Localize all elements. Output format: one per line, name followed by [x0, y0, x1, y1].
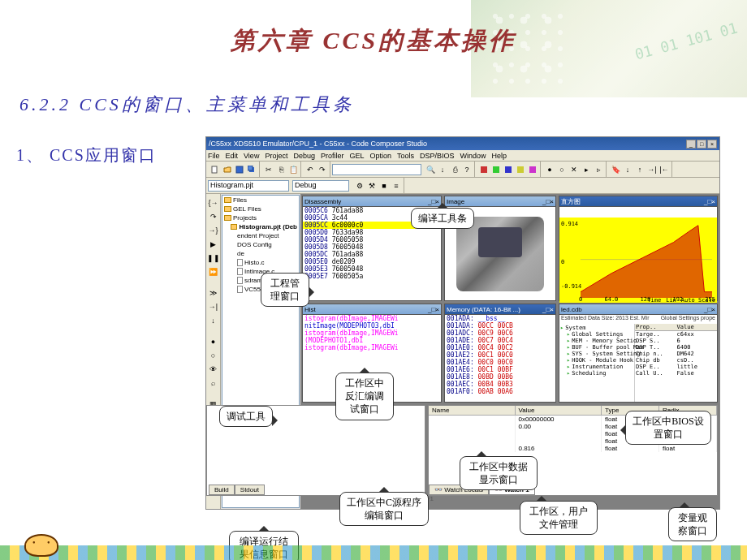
menu-window[interactable]: Window [460, 152, 486, 160]
menu-file[interactable]: File [208, 152, 220, 160]
animate-icon[interactable]: ⏩ [208, 266, 219, 278]
incremental-build-icon[interactable]: ⚒ [366, 180, 378, 192]
outdent-icon[interactable]: |← [658, 164, 670, 175]
breakpoint-toggle-icon[interactable]: ○ [556, 164, 568, 175]
set-pc-icon[interactable]: ↓ [208, 315, 219, 326]
breakpoint-icon[interactable]: ● [544, 164, 555, 175]
svg-rect-1 [236, 166, 243, 173]
halt-icon[interactable]: ❚❚ [208, 252, 219, 264]
output-tab-build[interactable]: Build [209, 485, 235, 495]
tree-dep: endent Project [222, 231, 299, 240]
tree-de: de [222, 249, 299, 258]
menu-help[interactable]: Help [492, 152, 507, 160]
watch-icon[interactable]: 👁 [208, 364, 219, 375]
save-all-icon[interactable] [246, 164, 257, 175]
memory-body[interactable]: 001ADA: __bss__001ADA: 00CC 00CB001ADC: … [445, 315, 555, 402]
tree-pjt: Histogram.pjt (Deb [222, 222, 299, 231]
menu-dspbios[interactable]: DSP/BIOS [420, 152, 455, 160]
build-toolbar-icon[interactable]: ⚙ [354, 180, 365, 192]
step-out-icon[interactable]: →} [208, 225, 219, 236]
compile-toolbar [477, 162, 541, 177]
pane-controls[interactable]: _□× [704, 306, 715, 313]
menu-debug[interactable]: Debug [293, 152, 315, 160]
dependencies-icon[interactable]: ≡ [391, 180, 402, 192]
undo-icon[interactable]: ↶ [304, 164, 316, 175]
cut-icon[interactable]: ✂ [263, 164, 274, 175]
bookmark-next-icon[interactable]: ↓ [622, 164, 633, 175]
rebuild-icon[interactable] [503, 164, 514, 175]
output-tabs: Build Stdout [209, 485, 265, 495]
callout-compile: 编译工具条 [411, 208, 474, 229]
indent-icon[interactable]: →| [646, 164, 658, 175]
pane-controls[interactable]: _□× [704, 198, 715, 205]
run-icon[interactable]: ▶ [208, 239, 219, 250]
step-over-icon[interactable]: ↷ [208, 211, 219, 222]
maximize-button[interactable]: □ [697, 140, 706, 149]
bookmark-prev-icon[interactable]: ↑ [634, 164, 646, 175]
tree-gel: GEL Files [222, 205, 299, 213]
stop-build-icon[interactable] [515, 164, 526, 175]
tree-histo: Histo.c [222, 258, 299, 267]
menu-profiler[interactable]: Profiler [321, 152, 344, 160]
probe-icon[interactable]: ▸ [581, 164, 592, 175]
callout-watch: 变量观察窗口 [668, 507, 717, 541]
memory-pane[interactable]: Memory (DATA: 16-Bit ...)_□× 001ADA: __b… [444, 304, 556, 403]
build-icon[interactable] [490, 164, 502, 175]
bios-props[interactable]: Prop..Value Targe..c64xxDSP S..6DSP T..6… [635, 324, 717, 402]
stop-icon[interactable]: ■ [378, 180, 390, 192]
bios-tree[interactable]: ▸System▸Global Settings▸MEM - Memory Sec… [559, 324, 635, 402]
svg-rect-6 [505, 166, 512, 173]
quick-watch-icon[interactable]: ⌕ [208, 377, 219, 389]
run-free-icon[interactable]: ≫ [208, 287, 219, 299]
pane-controls[interactable]: _□× [542, 306, 554, 313]
step-into-icon[interactable]: {→ [208, 197, 219, 209]
print-icon[interactable]: ⎙ [449, 164, 460, 175]
open-file-icon[interactable] [222, 164, 233, 175]
probe2-icon[interactable]: ▹ [593, 164, 604, 175]
image-title: Image [447, 198, 464, 205]
bios-title: led.cdb [561, 306, 582, 313]
save-icon[interactable] [234, 164, 245, 175]
clear-bp-icon[interactable]: ○ [208, 350, 219, 361]
config-select[interactable]: Debug [292, 180, 349, 192]
svg-marker-10 [581, 226, 712, 299]
menu-option[interactable]: Option [369, 152, 391, 160]
menubar: File Edit View Project Debug Profiler GE… [206, 150, 719, 162]
bios-pane[interactable]: led.cdb_□× Estimated Data Size: 2613 Est… [559, 304, 718, 403]
callout-disasm: 工作区中反汇编调试窗口 [335, 373, 394, 420]
run-to-cursor-icon[interactable]: →| [208, 301, 219, 312]
output-tab-stdout[interactable]: Stdout [235, 485, 265, 495]
paste-icon[interactable]: 📋 [287, 164, 299, 175]
copy-icon[interactable]: ⎘ [275, 164, 287, 175]
bios-status: Estimated Data Size: 2613 Est. MirGlobal… [561, 315, 715, 321]
bookmark-icon[interactable]: 🔖 [610, 164, 621, 175]
close-button[interactable]: × [707, 140, 717, 149]
menu-project[interactable]: Project [265, 152, 287, 160]
build-clean-icon[interactable] [527, 164, 538, 175]
footer-face-icon [24, 534, 58, 557]
bios-body[interactable]: ▸System▸Global Settings▸MEM - Memory Sec… [559, 324, 717, 402]
breakpoint-clear-icon[interactable]: ✕ [568, 164, 580, 175]
compile-icon[interactable] [478, 164, 490, 175]
toggle-bp-icon[interactable]: ● [208, 336, 219, 347]
find-icon[interactable]: 🔍 [425, 164, 436, 175]
pane-controls[interactable]: _□× [542, 198, 554, 205]
redo-icon[interactable]: ↷ [317, 164, 328, 175]
graph-body[interactable]: 0.914 0 -0.914 0 64.0 128 19 [559, 218, 717, 303]
graph-pane[interactable]: 直方图_□× 0.914 0 -0.914 0 64.0 [559, 196, 718, 301]
menu-view[interactable]: View [244, 152, 259, 160]
search-combo[interactable] [332, 164, 421, 175]
new-file-icon[interactable] [209, 164, 221, 175]
help-icon[interactable]: ? [461, 164, 473, 175]
titlebar[interactable]: /C55xx XDS510 Emulator/CPU_1 - C55xx - C… [206, 137, 719, 150]
tree-files: Files [222, 196, 299, 205]
pane-controls[interactable]: _□× [428, 306, 439, 313]
file-icon [237, 286, 243, 293]
menu-edit[interactable]: Edit [226, 152, 239, 160]
find-next-icon[interactable]: ↓ [437, 164, 448, 175]
graph-title: 直方图 [561, 197, 581, 206]
minimize-button[interactable]: _ [686, 140, 696, 149]
project-select[interactable]: Histogram.pjt [208, 180, 289, 192]
menu-tools[interactable]: Tools [397, 152, 414, 160]
menu-gel[interactable]: GEL [349, 152, 364, 160]
